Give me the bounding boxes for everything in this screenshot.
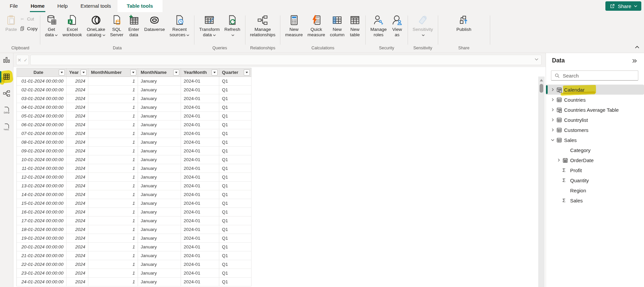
- sidebar-item-tmdl-view[interactable]: TMDL: [0, 119, 13, 134]
- cell-yearmonth[interactable]: 2024-01: [181, 155, 219, 164]
- cell-year[interactable]: 2024: [66, 138, 88, 147]
- cell-monthnumber[interactable]: 1: [88, 147, 138, 155]
- cell-date[interactable]: 02-01-2024 00:00:00: [17, 86, 66, 94]
- cell-quarter[interactable]: Q1: [219, 234, 251, 243]
- cell-monthnumber[interactable]: 1: [88, 225, 138, 234]
- menu-tab-file[interactable]: File: [3, 0, 24, 12]
- cell-monthnumber[interactable]: 1: [88, 121, 138, 129]
- cell-date[interactable]: 09-01-2024 00:00:00: [17, 147, 66, 155]
- cell-monthnumber[interactable]: 1: [88, 138, 138, 147]
- cell-monthname[interactable]: January: [138, 251, 181, 260]
- cell-yearmonth[interactable]: 2024-01: [181, 77, 219, 86]
- cell-monthnumber[interactable]: 1: [88, 77, 138, 86]
- cell-yearmonth[interactable]: 2024-01: [181, 243, 219, 251]
- cell-year[interactable]: 2024: [66, 260, 88, 269]
- cell-year[interactable]: 2024: [66, 269, 88, 278]
- cell-quarter[interactable]: Q1: [219, 103, 251, 112]
- cell-monthnumber[interactable]: 1: [88, 112, 138, 121]
- data-pane-item-category[interactable]: Category: [546, 145, 644, 155]
- cell-quarter[interactable]: Q1: [219, 269, 251, 278]
- search-input[interactable]: [562, 71, 638, 80]
- manage-relationships-button[interactable]: Managerelationships: [248, 12, 278, 38]
- cell-quarter[interactable]: Q1: [219, 138, 251, 147]
- cell-yearmonth[interactable]: 2024-01: [181, 129, 219, 138]
- cell-yearmonth[interactable]: 2024-01: [181, 234, 219, 243]
- cell-quarter[interactable]: Q1: [219, 182, 251, 190]
- cell-monthname[interactable]: January: [138, 243, 181, 251]
- cell-yearmonth[interactable]: 2024-01: [181, 86, 219, 94]
- cell-quarter[interactable]: Q1: [219, 129, 251, 138]
- excel-workbook-button[interactable]: XExcelworkbook: [60, 12, 84, 38]
- chevron-right-icon[interactable]: [550, 97, 556, 102]
- data-pane-item-customers[interactable]: Customers: [546, 125, 644, 135]
- cell-date[interactable]: 21-01-2024 00:00:00: [17, 251, 66, 260]
- data-pane-item-profit[interactable]: ΣProfit: [546, 165, 644, 175]
- data-pane-item-sales[interactable]: ΣSales: [546, 195, 644, 205]
- cell-year[interactable]: 2024: [66, 190, 88, 199]
- enter-data-button[interactable]: Enterdata: [126, 12, 142, 38]
- sidebar-item-dax-query-view[interactable]: DAX: [0, 103, 13, 117]
- cell-year[interactable]: 2024: [66, 147, 88, 155]
- cell-monthname[interactable]: January: [138, 164, 181, 173]
- data-pane-item-calendar[interactable]: Calendar: [546, 85, 644, 95]
- cell-year[interactable]: 2024: [66, 86, 88, 94]
- cell-yearmonth[interactable]: 2024-01: [181, 208, 219, 217]
- cell-date[interactable]: 07-01-2024 00:00:00: [17, 129, 66, 138]
- cell-monthnumber[interactable]: 1: [88, 173, 138, 182]
- formula-check-icon[interactable]: ✓: [24, 57, 28, 63]
- view-as-button[interactable]: Viewas: [389, 12, 405, 38]
- cell-quarter[interactable]: Q1: [219, 173, 251, 182]
- cell-date[interactable]: 23-01-2024 00:00:00: [17, 269, 66, 278]
- cell-yearmonth[interactable]: 2024-01: [181, 138, 219, 147]
- cell-quarter[interactable]: Q1: [219, 147, 251, 155]
- cell-date[interactable]: 12-01-2024 00:00:00: [17, 173, 66, 182]
- share-button[interactable]: Share: [605, 1, 641, 11]
- cell-monthname[interactable]: January: [138, 225, 181, 234]
- data-pane-item-orderdate[interactable]: OrderDate: [546, 155, 644, 165]
- cell-monthname[interactable]: January: [138, 155, 181, 164]
- cell-yearmonth[interactable]: 2024-01: [181, 164, 219, 173]
- cell-quarter[interactable]: Q1: [219, 112, 251, 121]
- quick-measure-button[interactable]: Quickmeasure: [305, 12, 328, 38]
- scrollbar-up-arrow-icon[interactable]: [540, 79, 543, 82]
- cell-date[interactable]: 10-01-2024 00:00:00: [17, 155, 66, 164]
- cell-year[interactable]: 2024: [66, 173, 88, 182]
- cell-year[interactable]: 2024: [66, 217, 88, 225]
- cell-year[interactable]: 2024: [66, 129, 88, 138]
- cell-year[interactable]: 2024: [66, 208, 88, 217]
- cell-monthname[interactable]: January: [138, 182, 181, 190]
- cell-date[interactable]: 14-01-2024 00:00:00: [17, 190, 66, 199]
- cell-year[interactable]: 2024: [66, 112, 88, 121]
- cell-date[interactable]: 05-01-2024 00:00:00: [17, 112, 66, 121]
- dataverse-button[interactable]: Dataverse: [142, 12, 167, 32]
- cell-yearmonth[interactable]: 2024-01: [181, 251, 219, 260]
- cell-monthname[interactable]: January: [138, 103, 181, 112]
- cell-monthname[interactable]: January: [138, 112, 181, 121]
- cell-monthnumber[interactable]: 1: [88, 164, 138, 173]
- chevron-right-icon[interactable]: [556, 157, 562, 163]
- data-pane-item-countries-average-table[interactable]: Countries Average Table: [546, 105, 644, 115]
- copy-button[interactable]: Copy: [19, 26, 38, 32]
- cell-quarter[interactable]: Q1: [219, 94, 251, 103]
- cell-monthname[interactable]: January: [138, 278, 181, 286]
- vertical-scrollbar[interactable]: [538, 77, 545, 287]
- cell-date[interactable]: 15-01-2024 00:00:00: [17, 199, 66, 208]
- cell-quarter[interactable]: Q1: [219, 251, 251, 260]
- filter-dropdown-button[interactable]: [212, 69, 218, 76]
- cell-monthname[interactable]: January: [138, 147, 181, 155]
- cell-monthname[interactable]: January: [138, 269, 181, 278]
- cell-yearmonth[interactable]: 2024-01: [181, 217, 219, 225]
- cell-monthnumber[interactable]: 1: [88, 217, 138, 225]
- cell-monthname[interactable]: January: [138, 86, 181, 94]
- cell-date[interactable]: 06-01-2024 00:00:00: [17, 121, 66, 129]
- cell-monthnumber[interactable]: 1: [88, 208, 138, 217]
- formula-cancel-icon[interactable]: ✕: [17, 57, 21, 63]
- cell-monthnumber[interactable]: 1: [88, 243, 138, 251]
- cell-year[interactable]: 2024: [66, 225, 88, 234]
- cell-quarter[interactable]: Q1: [219, 199, 251, 208]
- recent-sources-button[interactable]: Recentsources: [167, 12, 192, 38]
- column-header-monthname[interactable]: MonthName: [138, 68, 181, 77]
- cell-date[interactable]: 17-01-2024 00:00:00: [17, 217, 66, 225]
- cell-yearmonth[interactable]: 2024-01: [181, 269, 219, 278]
- formula-expand-chevron-icon[interactable]: [535, 58, 539, 61]
